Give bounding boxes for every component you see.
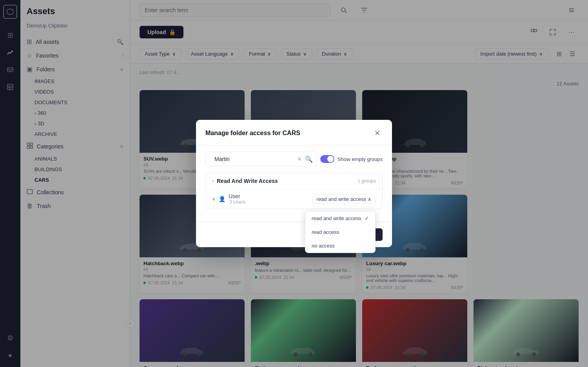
user-info: User 3 Users bbox=[229, 193, 245, 205]
dropdown-item-no-access[interactable]: no access bbox=[305, 239, 375, 253]
access-chevron-up-icon: ∧ bbox=[368, 196, 372, 202]
show-empty-toggle[interactable] bbox=[320, 155, 334, 163]
dropdown-label-no-access: no access bbox=[312, 243, 335, 249]
access-group-title: Read And Write Access bbox=[217, 178, 278, 184]
modal-body: ✕ 🔍 Show empty groups › Read And Write A… bbox=[196, 145, 392, 219]
dropdown-label-read-write: read and write access bbox=[312, 215, 361, 221]
dropdown-label-read: read access bbox=[312, 229, 339, 235]
clear-search-button[interactable]: ✕ bbox=[297, 156, 302, 162]
user-name: User bbox=[229, 193, 245, 199]
modal-search-input[interactable] bbox=[210, 153, 297, 165]
modal-overlay[interactable]: Manage folder access for CARS ✕ ✕ 🔍 Show… bbox=[0, 0, 588, 367]
access-dropdown-button[interactable]: read and write access ∧ read and write a… bbox=[312, 194, 376, 204]
dropdown-item-read-write[interactable]: read and write access ✓ bbox=[305, 212, 375, 225]
access-group-header[interactable]: › Read And Write Access 1 groups bbox=[206, 173, 382, 189]
modal-search-icon: 🔍 bbox=[305, 155, 313, 163]
manage-access-modal: Manage folder access for CARS ✕ ✕ 🔍 Show… bbox=[196, 120, 392, 247]
group-chevron-icon: › bbox=[212, 178, 214, 184]
modal-close-button[interactable]: ✕ bbox=[372, 128, 383, 139]
access-group-count: 1 groups bbox=[358, 178, 376, 184]
user-count: 3 Users bbox=[229, 199, 245, 205]
check-icon: ✓ bbox=[365, 215, 369, 221]
current-access-label: read and write access bbox=[317, 196, 366, 202]
toggle-label-text: Show empty groups bbox=[338, 156, 383, 162]
access-dropdown: read and write access ✓ read access no a… bbox=[305, 211, 376, 253]
user-expand-icon[interactable]: ∨ bbox=[212, 196, 216, 202]
dropdown-item-read[interactable]: read access bbox=[305, 225, 375, 239]
access-group-read-write: › Read And Write Access 1 groups ∨ 👤 Use… bbox=[205, 173, 383, 209]
modal-header: Manage folder access for CARS ✕ bbox=[196, 120, 392, 145]
modal-title: Manage folder access for CARS bbox=[205, 130, 300, 137]
show-empty-toggle-row: Show empty groups bbox=[320, 155, 383, 163]
user-icon: 👤 bbox=[219, 196, 225, 202]
user-row: ∨ 👤 User 3 Users read and write access ∧… bbox=[206, 189, 382, 209]
search-row: ✕ 🔍 Show empty groups bbox=[205, 152, 383, 166]
